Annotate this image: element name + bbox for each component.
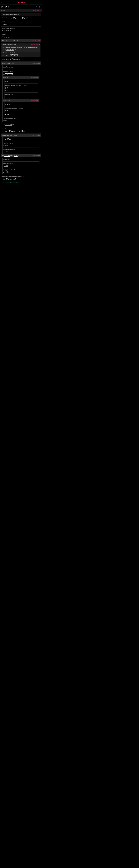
chevron-down-icon: ⌄ [38,13,39,15]
hide-definition-button[interactable]: Hide Definition − [31,44,40,45]
step-eq: = 36 [5,110,38,112]
main-equation: x2 − x = 9 [1,6,9,8]
share-icon[interactable]: ‹ [39,1,40,3]
minus-icon: − [37,77,38,78]
step-eq: = 1+√372·1 [3,144,39,147]
step-desc: Apply rule 1ᵃ = 1 [5,93,38,96]
step-eq: x2 − x = 9 [2,23,40,26]
steps-label: Steps [1,20,41,22]
step-desc: Separate the solutions [2,128,40,130]
section-title: Solve with the quadratic formula [2,40,18,41]
section-eq: x = −(−1)+√372·1 : 1+√372 [2,135,19,136]
edit-icon[interactable]: ✎ [36,6,38,8]
back-icon[interactable]: ‹ [1,1,2,3]
section-eq: (−1)² = 1 [3,77,8,78]
step-desc: Multiply the numbers: 2 · 1 = 2 [3,148,39,151]
minus-icon: − [38,135,39,136]
step-desc: Add the numbers: 1 + 36 = 37 [3,117,39,119]
tab-solution[interactable]: Solution [1,9,5,11]
hide-steps-button[interactable]: Hide Steps − [32,135,39,136]
minus-icon: − [38,155,39,156]
formula-definition: For a quadratic equation of the form ax²… [2,45,40,52]
hide-steps-button[interactable]: Hide Steps − [31,77,38,78]
step-desc: Subtract 9 from both sides [2,27,40,30]
minus-icon: − [38,44,40,45]
bookmark-icon[interactable]: 🔖 [38,6,40,8]
minus-icon: − [38,63,39,64]
step-eq: x2 − x − 9 = 9 − 9 [2,30,40,32]
method-label: Solve with the quadratic formula [2,14,20,15]
step-eq: √(−1)2 − 4·1·(−9) [3,66,39,69]
step-desc: Apply rule −(−a) = a [3,70,39,73]
step-eq: −(−1)+√372·1 [3,138,39,141]
step-eq: (−1)² = 1² [5,87,38,89]
step-eq: x2 − x − 9 = 0 [2,36,40,38]
minus-icon: − [38,40,39,41]
definition-title: Quadratic Equation Formula: [2,44,16,45]
step-eq: (−1)2 [5,80,38,83]
final-text: The solutions to the quadratic equation … [1,175,41,178]
step-eq: −(−1)−√372·1 [3,158,39,161]
step-eq: x1, 2 = −(−1) ± √(−1)2 − 4·1·(−9)2·1 [2,54,40,56]
step-eq: = 1 [5,96,38,98]
chevron-down-icon: ⌄ [39,9,41,11]
practice-link[interactable]: Click to practice Quadratic Equations [1,181,41,183]
step-eq: = √37 [3,119,39,122]
step-eq: x1 = −(−1) + √372·1 , x2 = −(−1) − √372·… [2,130,40,133]
step-eq: = 1−√372·1 [3,164,39,167]
step-eq: = √1 + 36 [3,113,39,116]
step-eq: = √(−1)2 + 4·1·9 [3,73,39,76]
page-title: Solution [17,1,25,3]
equation-bar: x2 − x = 9 ✎ 🔖 [0,4,42,9]
step-desc: Simplify [2,33,40,36]
step-eq: = 1−√372 [3,171,39,174]
step-eq: = 1² [5,89,38,92]
section-eq: x = −(−1)−√372·1 : 1−√372 [2,155,19,156]
step-desc: Apply rule −(−a) = a [3,162,39,164]
step-eq: 4 · 1 · 9 [5,103,38,105]
step-eq: x1, 2 = −(−1) ± √(−1)2 − 4·1·(−9)2·1 [2,58,40,61]
step-eq: x1, 2 = −(−1) ± √372·1 [2,123,40,126]
hide-steps-button[interactable]: Hide Steps − [32,40,39,41]
hide-steps-button[interactable]: Hide Steps − [32,63,39,64]
final-solution: x = 1+√372 , x = 1−√372 [1,178,41,181]
decimal-toggle[interactable]: ( Decim [26,18,30,19]
step-desc: Multiply the numbers: 4 · 1 · 9 = 36 [5,107,38,110]
minus-icon: − [37,100,38,101]
section-eq: √(−1)2 − 4·1·(−9) = √37 [2,63,13,64]
result-row: x2 − x = 9 : x = 1 + √372 , x = 1 − √372… [1,16,41,20]
for-values: For a = 1, b = −1, c = −9 [2,52,40,54]
tab-show-steps[interactable]: Show Steps ⌄ [33,9,41,11]
step-desc: Multiply the numbers: 2 · 1 = 2 [3,169,39,171]
step-desc: Apply rule −(−a) = a [3,142,39,144]
hide-steps-button[interactable]: Hide Steps − [31,100,38,101]
step-eq: = 1+√372 [3,151,39,153]
method-selector[interactable]: Solve with the quadratic formula ⌄ [1,13,41,16]
step-desc: Apply exponent rule: (−a)ⁿ = aⁿ, if n is… [5,84,38,87]
section-eq: 4 · 1 · 9 = 36 [3,100,10,101]
hide-steps-button[interactable]: Hide Steps − [32,155,39,156]
